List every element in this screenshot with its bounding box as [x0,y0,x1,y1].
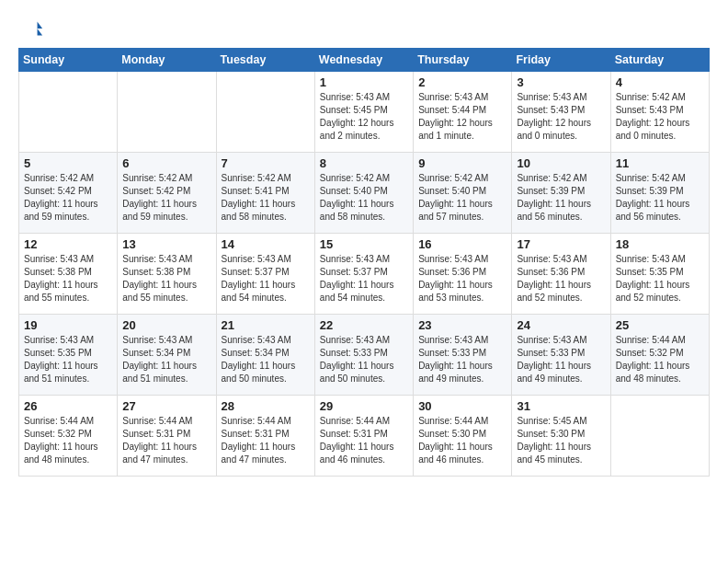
day-number: 28 [222,399,310,413]
cell-info: Sunrise: 5:43 AM Sunset: 5:33 PM Dayligh… [320,334,408,385]
calendar-cell: 9Sunrise: 5:42 AM Sunset: 5:40 PM Daylig… [414,153,512,234]
cell-info: Sunrise: 5:43 AM Sunset: 5:36 PM Dayligh… [517,253,605,304]
cell-info: Sunrise: 5:43 AM Sunset: 5:43 PM Dayligh… [517,91,605,143]
page: SundayMondayTuesdayWednesdayThursdayFrid… [0,0,728,489]
week-row: 12Sunrise: 5:43 AM Sunset: 5:38 PM Dayli… [19,234,710,315]
calendar-cell: 21Sunrise: 5:43 AM Sunset: 5:34 PM Dayli… [216,315,314,396]
day-number: 26 [24,399,112,413]
day-number: 25 [616,318,704,332]
day-number: 19 [24,318,112,332]
day-number: 31 [517,399,605,413]
calendar-cell: 24Sunrise: 5:43 AM Sunset: 5:33 PM Dayli… [512,315,610,396]
cell-info: Sunrise: 5:45 AM Sunset: 5:30 PM Dayligh… [517,415,605,466]
cell-info: Sunrise: 5:43 AM Sunset: 5:44 PM Dayligh… [418,91,506,143]
day-number: 2 [418,75,506,89]
day-number: 7 [222,156,310,170]
calendar-cell: 26Sunrise: 5:44 AM Sunset: 5:32 PM Dayli… [19,396,118,477]
calendar-cell: 13Sunrise: 5:43 AM Sunset: 5:38 PM Dayli… [118,234,216,315]
day-number: 10 [517,156,605,170]
calendar-cell: 5Sunrise: 5:42 AM Sunset: 5:42 PM Daylig… [19,153,118,234]
cell-info: Sunrise: 5:44 AM Sunset: 5:31 PM Dayligh… [222,415,310,466]
calendar-cell: 14Sunrise: 5:43 AM Sunset: 5:37 PM Dayli… [216,234,314,315]
calendar-cell: 3Sunrise: 5:43 AM Sunset: 5:43 PM Daylig… [512,72,610,153]
cell-info: Sunrise: 5:43 AM Sunset: 5:37 PM Dayligh… [222,253,310,304]
day-number: 15 [320,237,408,251]
day-number: 13 [122,237,210,251]
week-row: 5Sunrise: 5:42 AM Sunset: 5:42 PM Daylig… [19,153,710,234]
calendar-cell: 29Sunrise: 5:44 AM Sunset: 5:31 PM Dayli… [314,396,413,477]
calendar-cell: 18Sunrise: 5:43 AM Sunset: 5:35 PM Dayli… [610,234,709,315]
header-day: Friday [512,49,610,72]
day-number: 18 [616,237,704,251]
cell-info: Sunrise: 5:43 AM Sunset: 5:37 PM Dayligh… [320,253,408,304]
calendar-cell: 25Sunrise: 5:44 AM Sunset: 5:32 PM Dayli… [610,315,709,396]
calendar-cell: 27Sunrise: 5:44 AM Sunset: 5:31 PM Dayli… [118,396,216,477]
day-number: 17 [517,237,605,251]
cell-info: Sunrise: 5:42 AM Sunset: 5:40 PM Dayligh… [320,172,408,224]
day-number: 21 [222,318,310,332]
cell-info: Sunrise: 5:43 AM Sunset: 5:38 PM Dayligh… [24,253,112,304]
day-number: 20 [122,318,210,332]
svg-marker-0 [38,22,43,29]
calendar-cell [610,396,709,477]
day-number: 5 [24,156,112,170]
header-day: Saturday [610,49,709,72]
day-number: 9 [418,156,506,170]
calendar-cell: 23Sunrise: 5:43 AM Sunset: 5:33 PM Dayli… [414,315,512,396]
cell-info: Sunrise: 5:43 AM Sunset: 5:38 PM Dayligh… [122,253,210,304]
calendar-cell [19,72,118,153]
calendar-cell: 28Sunrise: 5:44 AM Sunset: 5:31 PM Dayli… [216,396,314,477]
day-number: 6 [122,156,210,170]
day-number: 8 [320,156,408,170]
calendar-cell: 7Sunrise: 5:42 AM Sunset: 5:41 PM Daylig… [216,153,314,234]
header [18,17,710,42]
header-day: Monday [118,49,216,72]
calendar-cell [118,72,216,153]
day-number: 16 [418,237,506,251]
calendar-cell [216,72,314,153]
svg-marker-1 [38,29,43,35]
calendar-cell: 17Sunrise: 5:43 AM Sunset: 5:36 PM Dayli… [512,234,610,315]
calendar-cell: 19Sunrise: 5:43 AM Sunset: 5:35 PM Dayli… [19,315,118,396]
cell-info: Sunrise: 5:43 AM Sunset: 5:34 PM Dayligh… [222,334,310,385]
day-number: 30 [418,399,506,413]
logo-icon [18,17,44,42]
week-row: 19Sunrise: 5:43 AM Sunset: 5:35 PM Dayli… [19,315,710,396]
day-number: 12 [24,237,112,251]
cell-info: Sunrise: 5:42 AM Sunset: 5:40 PM Dayligh… [418,172,506,224]
day-number: 23 [418,318,506,332]
calendar-cell: 10Sunrise: 5:42 AM Sunset: 5:39 PM Dayli… [512,153,610,234]
day-number: 14 [222,237,310,251]
cell-info: Sunrise: 5:43 AM Sunset: 5:33 PM Dayligh… [418,334,506,385]
cell-info: Sunrise: 5:43 AM Sunset: 5:36 PM Dayligh… [418,253,506,304]
cell-info: Sunrise: 5:44 AM Sunset: 5:31 PM Dayligh… [320,415,408,466]
header-day: Sunday [19,49,118,72]
header-day: Wednesday [314,49,413,72]
calendar-cell: 4Sunrise: 5:42 AM Sunset: 5:43 PM Daylig… [610,72,709,153]
calendar-cell: 30Sunrise: 5:44 AM Sunset: 5:30 PM Dayli… [414,396,512,477]
cell-info: Sunrise: 5:42 AM Sunset: 5:41 PM Dayligh… [222,172,310,224]
calendar-cell: 22Sunrise: 5:43 AM Sunset: 5:33 PM Dayli… [314,315,413,396]
calendar-table: SundayMondayTuesdayWednesdayThursdayFrid… [18,48,710,477]
calendar-cell: 2Sunrise: 5:43 AM Sunset: 5:44 PM Daylig… [414,72,512,153]
day-number: 1 [320,75,408,89]
cell-info: Sunrise: 5:44 AM Sunset: 5:30 PM Dayligh… [418,415,506,466]
cell-info: Sunrise: 5:43 AM Sunset: 5:34 PM Dayligh… [122,334,210,385]
calendar-cell: 8Sunrise: 5:42 AM Sunset: 5:40 PM Daylig… [314,153,413,234]
cell-info: Sunrise: 5:42 AM Sunset: 5:39 PM Dayligh… [616,172,704,224]
calendar-cell: 6Sunrise: 5:42 AM Sunset: 5:42 PM Daylig… [118,153,216,234]
cell-info: Sunrise: 5:44 AM Sunset: 5:31 PM Dayligh… [122,415,210,466]
cell-info: Sunrise: 5:42 AM Sunset: 5:42 PM Dayligh… [122,172,210,224]
calendar-cell: 1Sunrise: 5:43 AM Sunset: 5:45 PM Daylig… [314,72,413,153]
header-row: SundayMondayTuesdayWednesdayThursdayFrid… [19,49,710,72]
cell-info: Sunrise: 5:43 AM Sunset: 5:33 PM Dayligh… [517,334,605,385]
calendar-cell: 31Sunrise: 5:45 AM Sunset: 5:30 PM Dayli… [512,396,610,477]
cell-info: Sunrise: 5:42 AM Sunset: 5:43 PM Dayligh… [616,91,704,143]
day-number: 22 [320,318,408,332]
week-row: 1Sunrise: 5:43 AM Sunset: 5:45 PM Daylig… [19,72,710,153]
day-number: 27 [122,399,210,413]
calendar-cell: 16Sunrise: 5:43 AM Sunset: 5:36 PM Dayli… [414,234,512,315]
day-number: 3 [517,75,605,89]
day-number: 11 [616,156,704,170]
cell-info: Sunrise: 5:44 AM Sunset: 5:32 PM Dayligh… [24,415,112,466]
